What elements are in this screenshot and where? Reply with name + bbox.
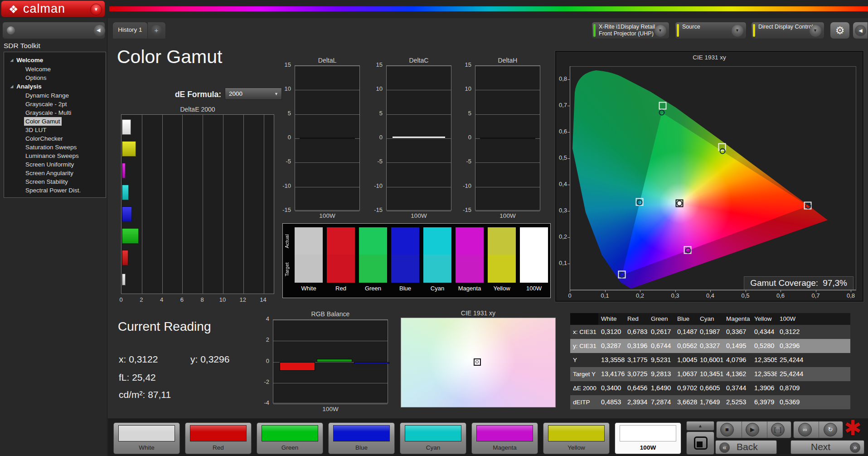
meter-dropdown[interactable]: X-Rite i1Display RetailFront Projector (… <box>592 22 669 39</box>
tab-history-1[interactable]: History 1 <box>112 22 148 39</box>
table-row-y[interactable]: Y13,35583,17759,52311,004510,60014,07961… <box>570 353 850 367</box>
chevron-left-icon: ◀ <box>855 25 866 36</box>
sidebar-group-analysis[interactable]: ◢Analysis <box>4 82 106 91</box>
pattern-window-button[interactable] <box>686 431 714 455</box>
de-formula-select[interactable]: 2000 ▼ <box>225 88 282 100</box>
back-button[interactable]: « Back <box>715 440 777 454</box>
axis-tick <box>675 290 676 292</box>
pattern-swatch <box>620 425 676 441</box>
table-cell: 25,4244 <box>777 353 850 367</box>
pattern-label: Blue <box>329 444 394 451</box>
calman-logo-button[interactable]: ❖ calman ▼ <box>1 0 105 17</box>
table-row-y-cie31[interactable]: y: CIE310,32870,31960,67440,05620,33270,… <box>570 339 850 353</box>
play-button[interactable]: ▶ <box>746 423 759 436</box>
sidebar-item-colorchecker[interactable]: ColorChecker <box>4 134 106 143</box>
table-row-target-y[interactable]: Target Y13,41763,07259,28131,063710,3451… <box>570 367 850 381</box>
sidebar-item-label: ColorChecker <box>24 134 64 143</box>
deltac-y-axis: 151050-5-10-15 <box>369 65 384 211</box>
sidebar-item-dynamic-range[interactable]: Dynamic Range <box>4 91 106 100</box>
pattern-button-red[interactable]: Red <box>185 422 252 454</box>
source-dropdown-label: Source <box>682 24 700 30</box>
gridline <box>387 138 451 139</box>
dropdown-chevron-button[interactable]: ▼ <box>810 25 821 37</box>
main-menu-dropdown-button[interactable]: ▼ <box>90 4 102 15</box>
sidebar-item-screen-angularity[interactable]: Screen Angularity <box>4 169 106 177</box>
axis-tick-label: 10 <box>465 85 471 92</box>
next-button[interactable]: Next » <box>790 440 864 454</box>
pattern-window-collapse-button[interactable]: ▲ <box>686 421 714 431</box>
sidebar-item-luminance-sweeps[interactable]: Luminance Sweeps <box>4 152 106 160</box>
divider <box>742 422 742 438</box>
gridline <box>264 115 264 294</box>
table-cell: 0,3296 <box>777 339 850 353</box>
sidebar-item-welcome[interactable]: Welcome <box>4 65 106 74</box>
table-row-deitp[interactable]: dEITP0,48532,39347,28743,66281,76492,525… <box>570 395 850 409</box>
table-row-e-2000[interactable]: ΔE 20000,34000,64561,64900,97020,66050,3… <box>570 381 850 395</box>
pattern-button-100w[interactable]: 100W <box>615 422 681 454</box>
dropdown-chevron-button[interactable]: ▼ <box>732 25 743 37</box>
stop-button[interactable]: ■ <box>720 423 734 436</box>
cie-1931-chart-panel: CIE 1931 xy Gamut Coverage:97,3% 0,80,70… <box>555 51 863 302</box>
sidebar-item-label: Saturation Sweeps <box>24 143 78 152</box>
table-cell: 0,4344 <box>752 325 777 339</box>
source-dropdown[interactable]: Source ▼ <box>675 22 747 39</box>
gridline <box>273 320 388 320</box>
sidebar-item-label: Screen Uniformity <box>24 160 75 169</box>
sidebar-collapse-button[interactable]: ◀ <box>94 25 105 36</box>
sidebar-item-screen-stability[interactable]: Screen Stability <box>4 177 106 186</box>
add-tab-button[interactable]: + <box>151 25 162 36</box>
gridline <box>387 162 451 163</box>
panel-collapse-button[interactable]: ◀ <box>853 22 868 39</box>
rgb-balance-y-axis: 420-2-4 <box>256 319 271 403</box>
settings-button[interactable]: ⚙ <box>830 22 850 39</box>
sidebar-header: ◀ <box>2 22 105 39</box>
axis-tick-label: 0 <box>468 134 471 141</box>
sidebar-item-spectral-power-dist[interactable]: Spectral Power Dist. <box>4 186 106 195</box>
meter-dropdown-label: X-Rite i1Display RetailFront Projector (… <box>599 24 655 37</box>
pattern-button-blue[interactable]: Blue <box>328 422 395 454</box>
pattern-label: 100W <box>615 444 681 451</box>
axis-tick-label: 5 <box>379 110 383 117</box>
table-cell: 0,6456 <box>625 381 648 395</box>
gridline <box>475 66 540 66</box>
sidebar-status-orb[interactable] <box>7 26 15 34</box>
table-row-x-cie31[interactable]: x: CIE310,31200,67830,26170,14870,19870,… <box>570 325 850 339</box>
pattern-button-cyan[interactable]: Cyan <box>400 422 466 454</box>
continuous-measure-button[interactable]: ∞ <box>798 423 812 436</box>
sidebar-item-screen-uniformity[interactable]: Screen Uniformity <box>4 160 106 169</box>
swatch-column-red: Red <box>327 224 355 299</box>
swatch-label: 100W <box>516 285 552 292</box>
sidebar-group-label: Analysis <box>16 83 42 90</box>
single-measure-button[interactable]: [··] <box>771 423 785 436</box>
sidebar-item-grayscale-2pt[interactable]: Grayscale - 2pt <box>4 100 106 108</box>
zero-value-mark <box>480 137 535 139</box>
loop-button[interactable]: ↻ <box>824 423 837 436</box>
deltah-x-label: 100W <box>475 212 540 219</box>
sidebar-group-welcome[interactable]: ◢Welcome <box>4 56 106 65</box>
pattern-button-yellow[interactable]: Yellow <box>543 422 610 454</box>
gridline <box>243 115 244 294</box>
deltac-chart-title: DeltaC <box>386 57 451 64</box>
table-cell: 1,6490 <box>648 381 674 395</box>
sidebar-item-color-gamut[interactable]: Color Gamut <box>4 117 106 126</box>
display-control-dropdown[interactable]: Direct Display Control ▼ <box>751 22 824 39</box>
pattern-label: Green <box>257 444 323 451</box>
pattern-button-white[interactable]: White <box>113 422 180 454</box>
workflow-title: SDR Toolkit <box>4 42 40 50</box>
small-cie-marker <box>474 358 481 366</box>
sidebar-item-3d-lut[interactable]: 3D LUT <box>4 126 106 134</box>
target-marker-green <box>659 102 667 110</box>
gridline <box>182 115 183 294</box>
swatch-actual <box>327 227 355 255</box>
measured-marker-magenta <box>685 248 691 254</box>
sidebar-item-saturation-sweeps[interactable]: Saturation Sweeps <box>4 143 106 152</box>
sidebar-item-grayscale-multi[interactable]: Grayscale - Multi <box>4 108 106 117</box>
pattern-button-green[interactable]: Green <box>257 422 323 454</box>
axis-tick-label: 14 <box>260 296 266 303</box>
table-cell: 3,0725 <box>625 367 648 381</box>
pattern-button-magenta[interactable]: Magenta <box>471 422 538 454</box>
next-button-label: Next <box>811 441 830 452</box>
sidebar-item-options[interactable]: Options <box>4 74 106 82</box>
current-reading-y: y: 0,3296 <box>190 354 229 365</box>
dropdown-chevron-button[interactable]: ▼ <box>655 25 666 37</box>
